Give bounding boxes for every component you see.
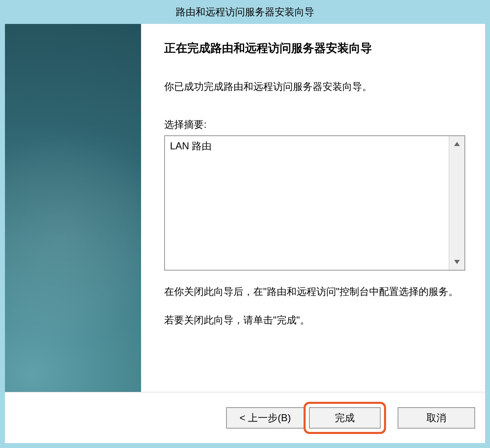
success-message: 你已成功完成路由和远程访问服务器安装向导。: [164, 79, 465, 94]
finish-button[interactable]: 完成: [309, 407, 381, 429]
finish-highlight: 完成: [304, 402, 386, 434]
upper-area: 正在完成路由和远程访问服务器安装向导 你已成功完成路由和远程访问服务器安装向导。…: [5, 24, 485, 392]
client-area: 正在完成路由和远程访问服务器安装向导 你已成功完成路由和远程访问服务器安装向导。…: [5, 24, 485, 443]
wizard-window: 路由和远程访问服务器安装向导 正在完成路由和远程访问服务器安装向导 你已成功完成…: [0, 0, 490, 448]
window-title: 路由和远程访问服务器安装向导: [176, 5, 314, 19]
wizard-footer: < 上一步(B) 完成 取消: [5, 392, 485, 443]
titlebar[interactable]: 路由和远程访问服务器安装向导: [0, 0, 490, 24]
wizard-heading: 正在完成路由和远程访问服务器安装向导: [164, 40, 465, 56]
close-hint: 若要关闭此向导，请单击"完成"。: [164, 314, 465, 327]
content-area: 正在完成路由和远程访问服务器安装向导 你已成功完成路由和远程访问服务器安装向导。…: [141, 24, 485, 392]
scrollbar[interactable]: [449, 136, 464, 270]
summary-label: 选择摘要:: [164, 118, 465, 131]
post-close-instruction: 在你关闭此向导后，在"路由和远程访问"控制台中配置选择的服务。: [164, 282, 465, 301]
summary-text: LAN 路由: [165, 136, 449, 270]
cancel-button[interactable]: 取消: [398, 407, 475, 429]
back-button[interactable]: < 上一步(B): [226, 407, 304, 429]
wizard-side-image: [5, 24, 141, 392]
scroll-down-icon[interactable]: [449, 254, 464, 270]
summary-box: LAN 路由: [164, 135, 465, 271]
scroll-up-icon[interactable]: [449, 136, 464, 152]
